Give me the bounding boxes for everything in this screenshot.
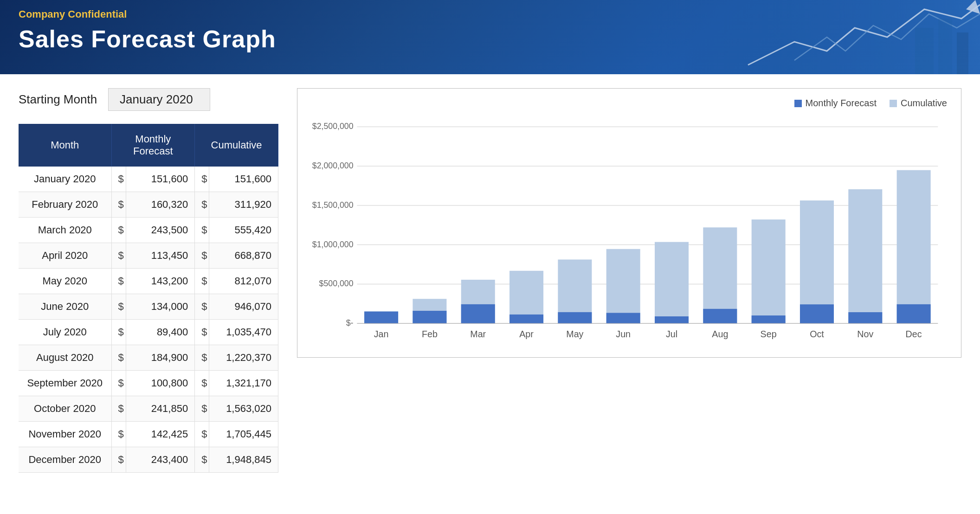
cell-cumulative-amount: 555,420 <box>209 218 278 243</box>
cell-cumulative-amount: 1,220,370 <box>209 345 278 371</box>
svg-text:Jul: Jul <box>666 329 677 339</box>
cell-cumulative-dollar: $ <box>195 192 209 218</box>
cell-monthly-amount: 160,320 <box>126 192 194 218</box>
cell-cumulative-dollar: $ <box>195 167 209 192</box>
cell-cumulative-amount: 1,948,845 <box>209 447 278 473</box>
svg-rect-39 <box>703 309 737 323</box>
cell-cumulative-dollar: $ <box>195 320 209 345</box>
cell-cumulative-amount: 946,070 <box>209 294 278 320</box>
svg-text:Sep: Sep <box>761 329 777 339</box>
starting-month-value[interactable]: January 2020 <box>108 88 210 111</box>
cell-monthly-dollar: $ <box>111 167 126 192</box>
svg-text:$-: $- <box>346 318 354 328</box>
chart-panel: Monthly Forecast Cumulative $-$500,000$1… <box>297 88 961 358</box>
cell-monthly-dollar: $ <box>111 396 126 422</box>
legend-monthly: Monthly Forecast <box>794 98 877 109</box>
svg-rect-33 <box>606 313 640 323</box>
cell-monthly-dollar: $ <box>111 447 126 473</box>
cell-month: March 2020 <box>19 218 111 243</box>
cell-cumulative-dollar: $ <box>195 218 209 243</box>
svg-text:Dec: Dec <box>906 329 922 339</box>
cell-monthly-dollar: $ <box>111 345 126 371</box>
svg-rect-1 <box>915 28 934 74</box>
table-row: January 2020 $ 151,600 $ 151,600 <box>19 167 278 192</box>
cell-cumulative-amount: 311,920 <box>209 192 278 218</box>
svg-text:Jan: Jan <box>374 329 389 339</box>
cell-monthly-dollar: $ <box>111 320 126 345</box>
cell-monthly-amount: 134,000 <box>126 294 194 320</box>
table-row: May 2020 $ 143,200 $ 812,070 <box>19 269 278 294</box>
table-body: January 2020 $ 151,600 $ 151,600 Februar… <box>19 167 278 473</box>
page-header: Company Confidential Sales Forecast Grap… <box>0 0 980 74</box>
svg-rect-2 <box>938 19 952 74</box>
table-header: Month Monthly Forecast Cumulative <box>19 124 278 167</box>
header-decoration <box>655 0 980 74</box>
chart-legend: Monthly Forecast Cumulative <box>307 98 947 109</box>
svg-text:Apr: Apr <box>519 329 534 339</box>
table-row: November 2020 $ 142,425 $ 1,705,445 <box>19 422 278 447</box>
cell-month: July 2020 <box>19 320 111 345</box>
table-row: December 2020 $ 243,400 $ 1,948,845 <box>19 447 278 473</box>
svg-text:$500,000: $500,000 <box>319 279 354 288</box>
legend-monthly-icon <box>794 100 802 107</box>
table-row: September 2020 $ 100,800 $ 1,321,170 <box>19 371 278 396</box>
svg-rect-30 <box>558 312 592 323</box>
cell-month: October 2020 <box>19 396 111 422</box>
cell-cumulative-dollar: $ <box>195 396 209 422</box>
svg-text:Oct: Oct <box>810 329 824 339</box>
svg-text:Nov: Nov <box>857 329 873 339</box>
starting-month-row: Starting Month January 2020 <box>19 88 278 111</box>
svg-rect-48 <box>848 312 882 323</box>
legend-monthly-label: Monthly Forecast <box>806 98 877 109</box>
bar-chart: $-$500,000$1,000,000$1,500,000$2,000,000… <box>307 116 947 348</box>
svg-text:Mar: Mar <box>470 329 486 339</box>
cell-cumulative-dollar: $ <box>195 243 209 269</box>
cell-month: December 2020 <box>19 447 111 473</box>
cell-month: February 2020 <box>19 192 111 218</box>
cell-monthly-amount: 142,425 <box>126 422 194 447</box>
svg-rect-27 <box>509 315 543 323</box>
table-row: April 2020 $ 113,450 $ 668,870 <box>19 243 278 269</box>
cell-monthly-amount: 243,500 <box>126 218 194 243</box>
table-row: June 2020 $ 134,000 $ 946,070 <box>19 294 278 320</box>
cell-month: June 2020 <box>19 294 111 320</box>
col-cumulative: Cumulative <box>195 124 278 167</box>
svg-text:Aug: Aug <box>712 329 728 339</box>
cell-cumulative-dollar: $ <box>195 447 209 473</box>
chart-area: $-$500,000$1,000,000$1,500,000$2,000,000… <box>307 116 947 348</box>
svg-rect-24 <box>461 304 495 323</box>
svg-rect-50 <box>897 170 931 323</box>
svg-text:Feb: Feb <box>422 329 438 339</box>
svg-rect-32 <box>606 249 640 323</box>
cell-cumulative-amount: 1,321,170 <box>209 371 278 396</box>
cell-cumulative-dollar: $ <box>195 294 209 320</box>
col-month: Month <box>19 124 111 167</box>
table-row: July 2020 $ 89,400 $ 1,035,470 <box>19 320 278 345</box>
svg-rect-3 <box>957 32 968 74</box>
svg-rect-41 <box>752 219 786 323</box>
cell-monthly-dollar: $ <box>111 269 126 294</box>
svg-text:$2,000,000: $2,000,000 <box>312 161 354 170</box>
main-content: Starting Month January 2020 Month Monthl… <box>0 74 980 487</box>
cell-month: April 2020 <box>19 243 111 269</box>
starting-month-label: Starting Month <box>19 92 97 107</box>
cell-monthly-amount: 143,200 <box>126 269 194 294</box>
forecast-table: Month Monthly Forecast Cumulative Januar… <box>19 124 278 473</box>
legend-cumulative-icon <box>890 100 897 107</box>
svg-text:$1,000,000: $1,000,000 <box>312 240 354 249</box>
svg-text:May: May <box>566 329 583 339</box>
cell-cumulative-dollar: $ <box>195 269 209 294</box>
table-row: February 2020 $ 160,320 $ 311,920 <box>19 192 278 218</box>
svg-rect-47 <box>848 189 882 323</box>
cell-monthly-dollar: $ <box>111 218 126 243</box>
cell-monthly-dollar: $ <box>111 243 126 269</box>
cell-cumulative-amount: 812,070 <box>209 269 278 294</box>
cell-cumulative-amount: 151,600 <box>209 167 278 192</box>
col-monthly: Monthly Forecast <box>111 124 195 167</box>
cell-monthly-amount: 113,450 <box>126 243 194 269</box>
svg-rect-36 <box>655 316 689 323</box>
cell-cumulative-amount: 1,563,020 <box>209 396 278 422</box>
left-panel: Starting Month January 2020 Month Monthl… <box>19 88 278 473</box>
legend-cumulative-label: Cumulative <box>901 98 947 109</box>
cell-month: August 2020 <box>19 345 111 371</box>
